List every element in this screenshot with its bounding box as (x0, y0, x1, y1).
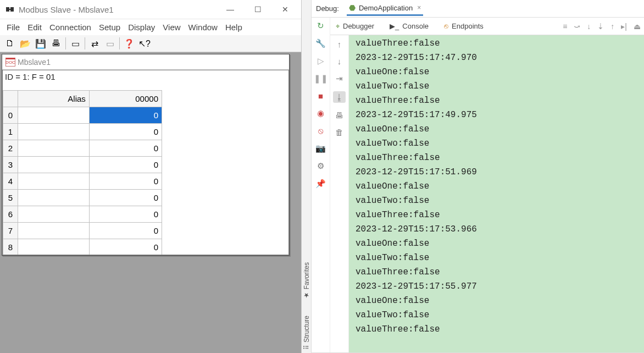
cell-alias[interactable] (18, 157, 89, 173)
cell-value[interactable]: 0 (89, 157, 162, 173)
eval-icon[interactable]: ⏏ (634, 22, 641, 31)
child-title-text: Mbslave1 (18, 58, 51, 67)
save-icon[interactable]: 💾 (33, 36, 48, 51)
table-row[interactable]: 10 (3, 124, 162, 140)
scroll-end-icon[interactable]: ⭳ (333, 91, 346, 103)
new-file-icon[interactable]: 🗋 (2, 36, 18, 51)
cell-alias[interactable] (18, 124, 89, 140)
corner-cell (3, 91, 18, 107)
table-row[interactable]: 70 (3, 223, 162, 239)
spring-boot-icon: ⬣ (349, 3, 356, 12)
table-row[interactable]: 40 (3, 173, 162, 190)
stop-icon[interactable]: ■ (318, 91, 323, 101)
cell-alias[interactable] (18, 173, 89, 190)
cell-value[interactable]: 0 (89, 206, 162, 223)
run-config-tab[interactable]: ⬣ DemoApplication × (347, 1, 423, 16)
minimize-button[interactable]: — (216, 1, 244, 18)
cell-alias[interactable] (18, 223, 89, 239)
open-file-icon[interactable]: 📂 (18, 36, 33, 51)
tab-console[interactable]: ▶_ Console (390, 22, 429, 30)
wrench-icon[interactable]: 🔧 (315, 38, 326, 48)
mdi-area: DOC Mbslave1 ID = 1: F = 01 Alias 00000 … (0, 52, 301, 353)
mute-bp-icon[interactable]: ⦸ (318, 126, 324, 136)
header-00000[interactable]: 00000 (89, 91, 162, 107)
row-number: 1 (3, 124, 18, 140)
toolbar-separator (85, 37, 85, 49)
menu-edit[interactable]: Edit (27, 23, 42, 32)
maximize-button[interactable]: ☐ (244, 1, 271, 18)
menu-setup[interactable]: Setup (99, 23, 120, 32)
force-into-icon[interactable]: ⇣ (597, 22, 604, 31)
table-row[interactable]: 50 (3, 190, 162, 206)
step-out-icon[interactable]: ↑ (610, 22, 614, 31)
tab-label: Endpoints (452, 22, 484, 30)
structure-icon: ⠿ (303, 345, 310, 350)
title-bar: Modbus Slave - Mbslave1 — ☐ ✕ (0, 0, 301, 19)
menu-display[interactable]: Display (128, 23, 155, 32)
row-number: 7 (3, 223, 18, 239)
menu-file[interactable]: File (7, 23, 20, 32)
side-tab-structure[interactable]: ⠿ Structure (303, 316, 310, 350)
data-table: Alias 00000 001020304050607080 (3, 90, 162, 255)
header-alias[interactable]: Alias (18, 91, 89, 107)
step-over-icon[interactable]: ⤻ (574, 22, 580, 31)
tab-endpoints[interactable]: ⎋ Endpoints (444, 22, 484, 30)
table-row[interactable]: 80 (3, 239, 162, 256)
toolbar-separator (65, 37, 66, 49)
cell-value[interactable]: 0 (89, 124, 162, 140)
close-tab-icon[interactable]: × (417, 4, 421, 12)
wrap-icon[interactable]: ⇥ (336, 74, 343, 84)
pin-icon[interactable]: 📌 (315, 179, 326, 189)
camera-icon[interactable]: 📷 (315, 144, 326, 153)
cell-alias[interactable] (18, 107, 89, 124)
rerun-icon[interactable]: ↻ (317, 21, 324, 31)
cell-alias[interactable] (18, 206, 89, 223)
print-icon[interactable]: 🖶 (335, 111, 343, 120)
row-number: 8 (3, 239, 18, 256)
close-button[interactable]: ✕ (271, 1, 299, 18)
window-title: Modbus Slave - Mbslave1 (19, 5, 114, 14)
pause-icon[interactable]: ❚❚ (314, 74, 328, 84)
cell-value[interactable]: 0 (89, 107, 162, 124)
side-tab-favorites[interactable]: ★ Favorites (303, 262, 310, 299)
help-icon[interactable]: ❓ (121, 36, 137, 51)
run-to-icon[interactable]: ▸| (621, 22, 627, 31)
tab-label: Console (402, 22, 429, 30)
print-icon[interactable]: 🖶 (48, 36, 64, 51)
cell-value[interactable]: 0 (89, 140, 162, 157)
cell-alias[interactable] (18, 190, 89, 206)
toolbar-separator (119, 37, 120, 49)
cell-value[interactable]: 0 (89, 173, 162, 190)
cell-alias[interactable] (18, 140, 89, 157)
table-row[interactable]: 60 (3, 206, 162, 223)
cell-value[interactable]: 0 (89, 190, 162, 206)
tab-debugger[interactable]: ⌖ Debugger (336, 22, 374, 31)
whatsthis-icon[interactable]: ↖? (137, 36, 152, 51)
child-title-bar[interactable]: DOC Mbslave1 (2, 54, 289, 70)
debug-body: ↻ 🔧 ▷ ❚❚ ■ ◉ ⦸ 📷 ⚙ 📌 ⌖ Debugger (312, 18, 644, 353)
menu-view[interactable]: View (163, 23, 180, 32)
layout-icon[interactable]: ≡ (563, 22, 567, 31)
toolbar: 🗋 📂 💾 🖶 ▭ ⇄ ▭ ❓ ↖? (0, 35, 301, 52)
table-row[interactable]: 30 (3, 157, 162, 173)
side-tab-label: Favorites (303, 262, 310, 289)
console-output[interactable]: valueThree:false 2023-12-29T15:17:47.970… (349, 35, 644, 352)
table-row[interactable]: 20 (3, 140, 162, 157)
menu-connection[interactable]: Connection (49, 23, 91, 32)
data-table-area: Alias 00000 001020304050607080 (2, 90, 289, 255)
step-into-icon[interactable]: ↓ (587, 22, 591, 31)
cell-alias[interactable] (18, 239, 89, 256)
settings-icon[interactable]: ⚙ (317, 161, 324, 171)
connect-icon[interactable]: ⇄ (87, 36, 102, 51)
cell-value[interactable]: 0 (89, 239, 162, 256)
menu-window[interactable]: Window (188, 23, 218, 32)
down-icon[interactable]: ↓ (337, 57, 342, 66)
menu-help[interactable]: Help (225, 23, 242, 32)
cell-value[interactable]: 0 (89, 223, 162, 239)
clear-icon[interactable]: 🗑 (335, 128, 343, 137)
window-icon[interactable]: ▭ (68, 36, 83, 51)
resume-icon[interactable]: ▷ (318, 56, 324, 66)
table-row[interactable]: 00 (3, 107, 162, 124)
breakpoints-icon[interactable]: ◉ (317, 108, 324, 118)
up-icon[interactable]: ↑ (337, 40, 342, 49)
